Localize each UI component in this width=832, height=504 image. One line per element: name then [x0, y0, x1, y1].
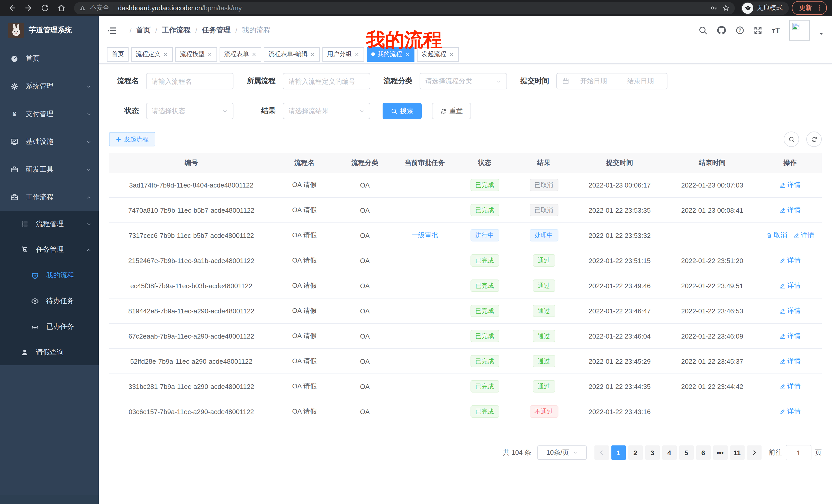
tab-label: 流程表单-编辑 — [268, 50, 308, 59]
page-button[interactable]: ••• — [713, 445, 727, 460]
cell-actions: 详情 — [758, 374, 822, 399]
caret-down-icon[interactable] — [818, 31, 824, 36]
breadcrumb-item[interactable]: / 我的流程 — [231, 26, 271, 35]
font-size-icon[interactable]: TT — [771, 26, 781, 35]
close-icon[interactable] — [310, 52, 315, 57]
tab-home[interactable]: 首页 — [107, 47, 129, 61]
detail-link[interactable]: 详情 — [780, 180, 801, 190]
close-icon[interactable] — [354, 52, 359, 57]
current-task-link[interactable]: 一级审批 — [411, 231, 438, 240]
sidebar-item-leave-query[interactable]: 请假查询 — [0, 340, 99, 365]
sidebar-item-payment[interactable]: ¥ 支付管理 — [0, 100, 99, 128]
security-label[interactable]: 不安全 — [90, 4, 109, 12]
sidebar-item-devtools[interactable]: 研发工具 — [0, 156, 99, 184]
cell-end-time: 2022-01-22 23:45:37 — [666, 349, 758, 373]
cell-current-task — [394, 299, 455, 323]
home-icon[interactable] — [54, 1, 68, 15]
page-button[interactable]: 1 — [611, 445, 626, 460]
column-header: 状态 — [455, 153, 514, 173]
start-process-button[interactable]: 发起流程 — [109, 132, 155, 146]
goto-page-input[interactable] — [786, 445, 811, 460]
close-icon[interactable] — [252, 52, 257, 57]
close-icon[interactable] — [207, 52, 212, 57]
detail-link[interactable]: 详情 — [780, 256, 801, 265]
close-icon[interactable] — [163, 52, 168, 57]
tab-my-process[interactable]: 我的流程 — [367, 47, 414, 61]
breadcrumb-item[interactable]: / 首页 — [125, 26, 151, 35]
sidebar-item-done-task[interactable]: 已办任务 — [0, 314, 99, 340]
tab-user-group[interactable]: 用户分组 — [322, 47, 364, 61]
sidebar-item-infrastructure[interactable]: 基础设施 — [0, 128, 99, 156]
update-button[interactable]: 更新 — [792, 1, 827, 15]
tab-process-form-edit[interactable]: 流程表单-编辑 — [264, 47, 320, 61]
prev-page-button[interactable] — [594, 445, 608, 460]
page-button[interactable]: 11 — [730, 445, 744, 460]
avatar[interactable] — [789, 20, 810, 40]
help-icon[interactable]: ? — [735, 26, 745, 35]
process-name-input[interactable] — [146, 73, 233, 89]
detail-link[interactable]: 详情 — [780, 306, 801, 315]
detail-link[interactable]: 详情 — [780, 407, 801, 416]
detail-link[interactable]: 详情 — [793, 231, 814, 240]
table-row: 7470a810-7b9b-11ec-b5b7-acde48001122 OA … — [109, 198, 822, 223]
detail-link[interactable]: 详情 — [780, 382, 801, 391]
detail-link[interactable]: 详情 — [780, 281, 801, 290]
process-category-select[interactable]: 请选择流程分类 — [420, 73, 507, 89]
start-date-placeholder[interactable]: 开始日期 — [572, 77, 615, 86]
result-select[interactable]: 请选择流结果 — [283, 103, 370, 119]
page-size-select[interactable]: 10条/页 — [537, 445, 587, 460]
next-page-button[interactable] — [747, 445, 761, 460]
hamburger-icon[interactable] — [107, 25, 117, 35]
close-icon[interactable] — [449, 52, 454, 57]
back-icon[interactable] — [5, 1, 19, 15]
end-date-placeholder[interactable]: 结束日期 — [619, 77, 662, 86]
tab-process-definition[interactable]: 流程定义 — [131, 47, 173, 61]
gear-icon — [10, 82, 19, 90]
menu-kebab-icon[interactable] — [816, 5, 823, 11]
breadcrumb-item[interactable]: / 任务管理 — [191, 26, 231, 35]
submit-time-range[interactable]: 开始日期 - 结束日期 — [556, 73, 668, 89]
tab-process-form[interactable]: 流程表单 — [219, 47, 261, 61]
cell-actions: 详情 — [758, 173, 822, 197]
search-icon[interactable] — [698, 26, 707, 35]
refresh-table-icon[interactable] — [806, 132, 822, 147]
page-button[interactable]: 3 — [645, 445, 659, 460]
github-icon[interactable] — [716, 25, 727, 35]
tab-label: 流程表单 — [224, 50, 249, 59]
tab-start-process[interactable]: 发起流程 — [417, 47, 459, 61]
close-icon[interactable] — [405, 52, 410, 57]
page-button[interactable]: 5 — [679, 445, 694, 460]
detail-link[interactable]: 详情 — [780, 331, 801, 341]
sidebar-item-process-mgmt[interactable]: 流程管理 — [0, 211, 99, 237]
page-button[interactable]: 6 — [696, 445, 710, 460]
result-badge: 不通过 — [529, 405, 558, 418]
sidebar-item-home[interactable]: 首页 — [0, 45, 99, 73]
sidebar-item-task-mgmt[interactable]: 任务管理 — [0, 237, 99, 262]
detail-link[interactable]: 详情 — [780, 357, 801, 366]
cell-id: 03c6c157-7b9a-11ec-a290-acde48001122 — [109, 399, 274, 424]
status-select[interactable]: 请选择状态 — [146, 103, 233, 119]
toggle-search-icon[interactable] — [784, 132, 799, 147]
sidebar-item-my-process[interactable]: 我的流程 — [0, 262, 99, 288]
tab-process-model[interactable]: 流程模型 — [175, 47, 217, 61]
column-header: 当前审批任务 — [394, 153, 455, 173]
search-button[interactable]: 搜索 — [383, 103, 422, 119]
table-row: 03c6c157-7b9a-11ec-a290-acde48001122 OA … — [109, 399, 822, 424]
reset-button[interactable]: 重置 — [432, 103, 471, 119]
page-button[interactable]: 4 — [662, 445, 676, 460]
detail-link[interactable]: 详情 — [780, 205, 801, 215]
cancel-link[interactable]: 取消 — [766, 231, 787, 240]
result-badge: 处理中 — [529, 229, 558, 242]
process-definition-input[interactable] — [283, 73, 370, 89]
sidebar-item-todo-task[interactable]: 待办任务 — [0, 288, 99, 314]
page-button[interactable]: 2 — [628, 445, 643, 460]
key-icon[interactable] — [710, 4, 718, 12]
star-icon[interactable] — [722, 4, 730, 12]
reload-icon[interactable] — [38, 1, 51, 15]
forward-icon[interactable] — [22, 1, 35, 15]
fullscreen-icon[interactable] — [753, 26, 762, 35]
address-bar[interactable]: 不安全 dashboard.yudao.iocoder.cn/bpm/task/… — [74, 2, 735, 14]
breadcrumb-item[interactable]: / 工作流程 — [151, 26, 191, 35]
sidebar-item-workflow[interactable]: 工作流程 — [0, 184, 99, 211]
sidebar-item-system[interactable]: 系统管理 — [0, 73, 99, 100]
